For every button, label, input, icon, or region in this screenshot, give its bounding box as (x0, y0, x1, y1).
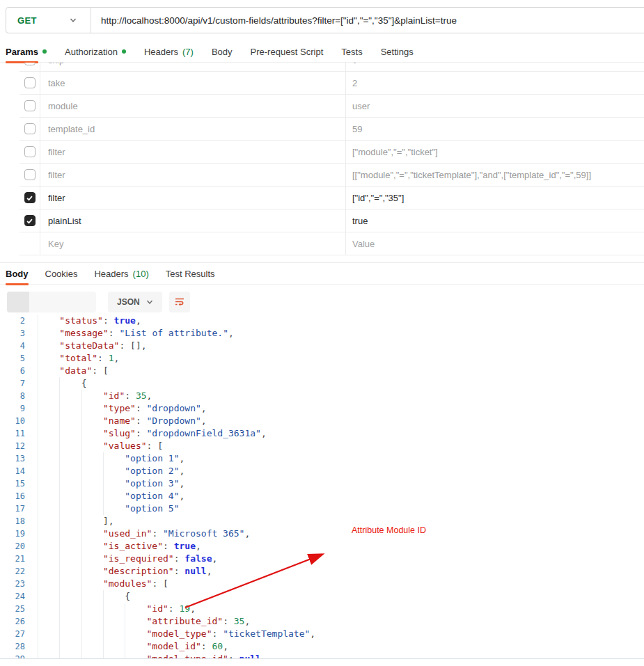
code-line: 29 "model_type_id": null, (0, 653, 644, 659)
param-value-input[interactable]: ["module","=","ticket"] (346, 147, 644, 157)
annotation-label: Attribute Module ID (352, 525, 426, 535)
code-lines: 2 "status": true, 3 "message": "List of … (0, 315, 644, 659)
code-line: 12 "values": [ (0, 440, 644, 452)
language-selector[interactable]: JSON (108, 292, 162, 312)
line-content: "option 3", (31, 477, 644, 490)
line-number: 26 (0, 615, 31, 628)
param-value-input[interactable]: user (346, 101, 644, 111)
line-content: "used_in": "Microsoft 365", (31, 528, 644, 540)
line-content: "message": "List of attribute.", (31, 327, 644, 340)
code-line: 16 "option 4", (0, 490, 644, 502)
chevron-down-icon (70, 17, 77, 24)
request-tab-authorization[interactable]: Authorization (65, 47, 126, 57)
line-number: 16 (0, 490, 31, 502)
view-mode-raw[interactable] (29, 292, 52, 312)
code-line: 5 "total": 1, (0, 352, 644, 365)
checkbox[interactable] (24, 146, 36, 157)
checkbox[interactable] (24, 215, 36, 226)
param-key-input[interactable]: filter (40, 187, 346, 209)
param-value-input[interactable]: 0 (346, 63, 644, 65)
param-value-input[interactable]: true (346, 216, 644, 226)
line-content: "is_required": false, (31, 553, 644, 565)
code-line: 8 "id": 35, (0, 390, 644, 402)
checkbox[interactable] (24, 77, 36, 88)
response-tab-body[interactable]: Body (6, 269, 29, 279)
code-line: 23 "modules": [ (0, 578, 644, 590)
checkbox[interactable] (24, 100, 36, 111)
view-mode-visualize[interactable] (74, 292, 96, 312)
request-tab-tests[interactable]: Tests (341, 47, 362, 57)
param-row: module user (19, 95, 644, 118)
line-content: "values": [ (31, 440, 644, 452)
param-key-input[interactable]: module (40, 95, 346, 117)
line-number: 14 (0, 465, 31, 477)
view-mode-pretty[interactable] (7, 292, 29, 312)
request-tab-body[interactable]: Body (212, 47, 233, 57)
param-checkbox-cell (19, 187, 40, 209)
line-number: 4 (0, 340, 31, 352)
code-line: 6 "data": [ (0, 365, 644, 377)
param-row: take 2 (19, 72, 644, 95)
code-line: 19 "used_in": "Microsoft 365", (0, 528, 644, 540)
param-key-input[interactable]: filter (40, 164, 346, 186)
line-number: 11 (0, 427, 31, 440)
code-line: 27 "model_type": "ticketTemplate", (0, 628, 644, 640)
param-row: plainList true (19, 209, 644, 232)
request-tab-settings[interactable]: Settings (381, 47, 414, 57)
checkbox[interactable] (24, 63, 36, 65)
param-value-input[interactable]: ["id","=","35"] (346, 193, 644, 203)
view-mode-segmented-control (7, 292, 96, 312)
method-selector[interactable]: GET (6, 8, 91, 33)
request-tab-params[interactable]: Params (6, 47, 47, 57)
code-line: 15 "option 3", (0, 477, 644, 490)
code-line: 21 "is_required": false, (0, 553, 644, 565)
line-number: 19 (0, 528, 31, 540)
response-tab-cookies[interactable]: Cookies (45, 269, 78, 279)
code-line: 17 "option 5" (0, 502, 644, 515)
unsaved-dot-icon (42, 49, 47, 54)
param-value-input[interactable]: Value (346, 239, 644, 249)
param-value-input[interactable]: [["module","=","ticketTemplate"],"and",[… (346, 170, 644, 180)
checkbox[interactable] (24, 192, 36, 203)
line-number: 29 (0, 653, 31, 659)
param-key-input[interactable]: Key (40, 232, 346, 255)
response-tab-headers[interactable]: Headers (10) (94, 269, 148, 279)
param-key-input[interactable]: take (40, 72, 346, 94)
param-value-input[interactable]: 59 (346, 124, 644, 134)
line-content: "slug": "dropdownField_3631a", (31, 427, 644, 440)
chevron-down-icon (146, 299, 153, 306)
query-params-rows: skip 0 take 2 module user (0, 63, 644, 232)
line-number: 21 (0, 553, 31, 565)
param-checkbox-cell (19, 72, 40, 94)
param-key-input[interactable]: skip (40, 63, 346, 71)
request-tab-headers[interactable]: Headers (7) (144, 47, 194, 57)
view-mode-preview[interactable] (52, 292, 74, 312)
param-key-input[interactable]: filter (40, 141, 346, 163)
param-checkbox-cell (19, 63, 40, 71)
param-key-input[interactable]: template_id (40, 118, 346, 140)
line-content: "option 4", (31, 490, 644, 502)
code-line: 20 "is_active": true, (0, 540, 644, 553)
param-value-input[interactable]: 2 (346, 78, 644, 88)
line-number: 27 (0, 628, 31, 640)
code-line: 22 "description": null, (0, 565, 644, 578)
code-line: 28 "model_id": 60, (0, 640, 644, 653)
url-input[interactable]: http://localhost:8000/api/v1/custom-fiel… (91, 15, 457, 26)
response-body-viewer[interactable]: 2 "status": true, 3 "message": "List of … (0, 315, 644, 659)
code-line: 13 "option 1", (0, 452, 644, 465)
wrap-text-button[interactable] (169, 292, 190, 312)
code-line: 24 { (0, 590, 644, 603)
request-tab-pre-request-script[interactable]: Pre-request Script (251, 47, 324, 57)
code-line: 25 "id": 19, (0, 603, 644, 615)
line-content: "total": 1, (31, 352, 644, 365)
language-label: JSON (117, 297, 140, 307)
line-number: 22 (0, 565, 31, 578)
line-content: { (31, 377, 644, 390)
param-key-input[interactable]: plainList (40, 209, 346, 232)
checkbox[interactable] (24, 169, 36, 180)
response-tab-test-results[interactable]: Test Results (166, 269, 215, 279)
line-number: 18 (0, 515, 31, 528)
code-line: 11 "slug": "dropdownField_3631a", (0, 427, 644, 440)
line-content: "data": [ (31, 365, 644, 377)
checkbox[interactable] (24, 123, 36, 134)
